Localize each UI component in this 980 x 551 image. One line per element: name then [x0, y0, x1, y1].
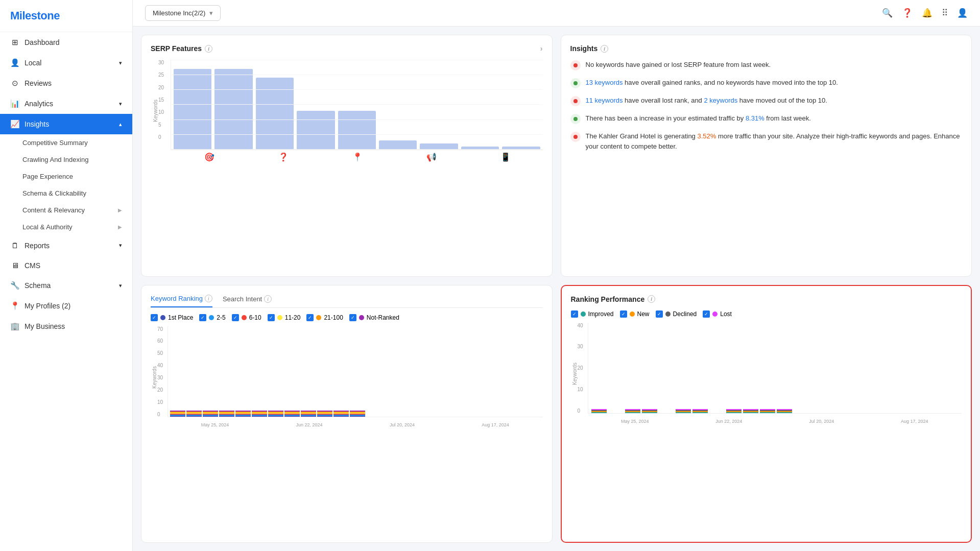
serp-features-card: SERP Features i › Keywords 051015202530 — [141, 35, 553, 277]
sidebar-item-local[interactable]: 👤 Local ▾ — [0, 53, 132, 73]
legend-11-20: ✓ 11-20 — [268, 314, 301, 321]
insight-dot-red — [570, 60, 581, 70]
serp-y-axis-title: Keywords — [151, 60, 158, 162]
serp-bar — [214, 69, 252, 150]
help-icon[interactable]: ❓ — [902, 8, 913, 18]
legend-lost: ✓ Lost — [703, 310, 732, 318]
insight-link-kahler[interactable]: 3.52% — [697, 132, 716, 140]
legend-6-10: ✓ 6-10 — [232, 314, 261, 321]
search-icon[interactable]: 🔍 — [882, 8, 893, 18]
rp-bar-group — [692, 409, 708, 413]
kw-bar-segment — [284, 416, 300, 417]
insight-item-4: The Kahler Grand Hotel is generating 3.5… — [570, 131, 963, 151]
apps-icon[interactable]: ⠿ — [942, 8, 948, 18]
kw-bar-group — [170, 411, 185, 417]
rp-bar-group — [625, 409, 640, 413]
org-selector[interactable]: Milestone Inc(2/2) ▾ — [145, 5, 221, 21]
legend-dot-improved — [581, 312, 586, 317]
kw-y-labels: 010203040506070 — [157, 326, 168, 428]
sidebar-sub-page-experience[interactable]: Page Experience — [0, 168, 132, 185]
serp-bar — [502, 147, 540, 150]
sidebar-item-insights[interactable]: 📈 Insights ▴ — [0, 114, 132, 134]
sidebar-item-my-business[interactable]: 🏢 My Business — [0, 316, 132, 337]
rp-bar-group — [777, 409, 792, 413]
insights-title: Insights i — [570, 44, 963, 53]
insight-link-traffic[interactable]: 8.31% — [746, 114, 764, 122]
insight-dot-red-3 — [570, 132, 581, 142]
kw-bar-group — [268, 411, 283, 417]
rp-bar-group — [743, 409, 758, 413]
sidebar-item-my-profiles[interactable]: 📍 My Profiles (2) — [0, 296, 132, 316]
serp-info-icon[interactable]: i — [205, 45, 212, 53]
tab-search-intent[interactable]: Search Intent i — [223, 295, 272, 307]
notification-icon[interactable]: 🔔 — [922, 8, 933, 18]
sidebar-item-label: Insights — [25, 120, 49, 128]
serp-bar — [379, 140, 417, 150]
sidebar-item-cms[interactable]: 🖥 CMS — [0, 255, 132, 275]
app-logo: Milestone — [10, 9, 60, 22]
analytics-icon: 📊 — [10, 99, 19, 108]
kw-bar-segment — [268, 416, 283, 417]
ranking-perf-info-icon[interactable]: i — [648, 295, 655, 303]
sidebar-item-label: Dashboard — [25, 38, 60, 46]
insight-link-13-keywords[interactable]: 13 keywords — [586, 79, 623, 86]
kw-bar-segment — [350, 416, 365, 417]
chevron-down-icon: ▾ — [119, 282, 122, 289]
rp-bar-segment — [692, 412, 708, 413]
serp-arrow-icon[interactable]: › — [540, 44, 543, 53]
user-icon[interactable]: 👤 — [957, 8, 968, 18]
sidebar-sub-competitive-summary[interactable]: Competitive Summary — [0, 134, 132, 151]
serp-bar — [338, 111, 376, 150]
insight-item-0: No keywords have gained or lost SERP fea… — [570, 60, 963, 70]
sidebar-sub-schema[interactable]: Schema & Clickability — [0, 185, 132, 202]
sub-item-label: Competitive Summary — [22, 139, 88, 147]
rp-x-labels: May 25, 2024Jun 22, 2024Jul 20, 2024Aug … — [588, 419, 962, 424]
serp-bar — [461, 147, 499, 150]
sidebar-sub-content[interactable]: Content & Relevancy ▶ — [0, 202, 132, 219]
legend-dot-new — [630, 312, 635, 317]
sidebar-sub-crawling[interactable]: Crawling And Indexing — [0, 151, 132, 168]
insights-info-icon[interactable]: i — [601, 45, 608, 53]
sub-item-label: Crawling And Indexing — [22, 156, 88, 163]
reports-icon: 🗒 — [10, 241, 19, 250]
kw-bar-segment — [252, 416, 267, 417]
legend-declined: ✓ Declined — [656, 310, 697, 318]
kw-bar-group — [301, 411, 316, 417]
kw-bar-segment — [235, 416, 251, 417]
sub-item-label: Local & Authority — [22, 223, 73, 231]
serp-y-labels: 051015202530 — [158, 60, 171, 150]
sidebar-sub-local-authority[interactable]: Local & Authority ▶ — [0, 219, 132, 235]
chevron-right-icon: ▶ — [118, 224, 122, 230]
insight-item-2: 11 keywords have overall lost rank, and … — [570, 95, 963, 106]
insight-link-11-keywords[interactable]: 11 keywords — [586, 97, 623, 104]
search-intent-info-icon[interactable]: i — [264, 295, 272, 303]
sidebar-item-schema[interactable]: 🔧 Schema ▾ — [0, 275, 132, 296]
sidebar-item-reports[interactable]: 🗒 Reports ▾ — [0, 235, 132, 255]
my-business-icon: 🏢 — [10, 322, 19, 331]
tab-keyword-ranking[interactable]: Keyword Ranking i — [151, 295, 212, 307]
rp-bar-segment — [743, 412, 758, 413]
rp-bar-segment — [625, 412, 640, 413]
kw-bar-segment — [219, 416, 234, 417]
insight-item-1: 13 keywords have overall gained ranks, a… — [570, 78, 963, 88]
chevron-up-icon: ▴ — [119, 121, 122, 128]
legend-dot-declined — [665, 312, 671, 317]
sidebar-item-reviews[interactable]: ⊙ Reviews — [0, 73, 132, 93]
kw-bar-group — [317, 411, 332, 417]
insight-link-2-keywords[interactable]: 2 keywords — [704, 97, 737, 104]
legend-2-5: ✓ 2-5 — [199, 314, 225, 321]
rp-y-labels: 010203040 — [578, 323, 588, 425]
serp-bar — [420, 143, 458, 150]
serp-features-title: SERP Features i › — [151, 44, 543, 53]
kw-bar-segment — [203, 416, 218, 417]
legend-dot-2-5 — [209, 315, 214, 320]
ranking-perf-chart: Keywords 010203040 May 25, 2024Jun 22, 2… — [571, 323, 962, 425]
ranking-perf-legend: ✓ Improved ✓ New ✓ Declined ✓ Lo — [571, 310, 962, 318]
sidebar-item-analytics[interactable]: 📊 Analytics ▾ — [0, 93, 132, 114]
rp-bar-group — [591, 409, 607, 413]
keyword-ranking-info-icon[interactable]: i — [205, 295, 212, 302]
sidebar-item-label: Analytics — [25, 100, 53, 108]
ranking-performance-card: Ranking Performance i ✓ Improved ✓ New ✓ — [561, 285, 972, 543]
org-selector-label: Milestone Inc(2/2) — [153, 9, 205, 17]
sidebar-item-dashboard[interactable]: ⊞ Dashboard — [0, 32, 132, 53]
